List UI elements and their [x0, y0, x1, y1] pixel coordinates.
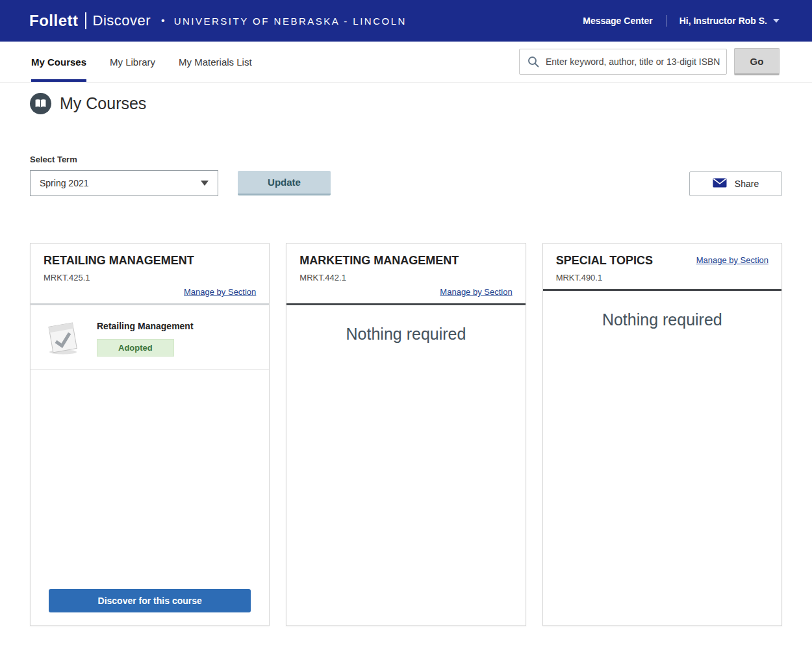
nothing-required-text: Nothing required	[286, 325, 525, 344]
search-icon	[527, 55, 540, 71]
term-column: Select Term Spring 2021	[30, 155, 218, 196]
discover-for-this-course-button[interactable]: Discover for this course	[49, 589, 251, 612]
greeting-text: Hi, Instructor Rob S.	[679, 16, 767, 26]
tab-my-library[interactable]: My Library	[110, 42, 155, 82]
book-cover-thumbnail	[44, 318, 81, 358]
card-header: MARKETING MANAGEMENT MRKT.442.1 Manage b…	[286, 244, 525, 303]
nothing-required-text: Nothing required	[543, 310, 781, 329]
envelope-icon	[713, 178, 727, 190]
top-header: Follett Discover • UNIVERSITY OF NEBRASK…	[0, 0, 812, 42]
manage-by-section-link[interactable]: Manage by Section	[44, 287, 256, 297]
book-icon	[30, 93, 51, 114]
card-divider	[543, 289, 781, 291]
manage-by-section-link[interactable]: Manage by Section	[696, 255, 768, 265]
update-button[interactable]: Update	[238, 171, 331, 195]
page-title: My Courses	[60, 94, 146, 113]
chevron-down-icon	[773, 19, 780, 23]
share-button[interactable]: Share	[689, 171, 782, 196]
nav-tabs: My Courses My Library My Materials List	[31, 42, 252, 82]
course-card-retailing-management: RETAILING MANAGEMENT MRKT.425.1 Manage b…	[30, 243, 270, 626]
brand: Follett Discover • UNIVERSITY OF NEBRASK…	[29, 12, 407, 30]
page-title-row: My Courses	[30, 93, 782, 114]
brand-dot: •	[161, 15, 165, 27]
term-select-value: Spring 2021	[40, 178, 89, 188]
course-title: SPECIAL TOPICS	[556, 254, 653, 268]
manage-by-section-link[interactable]: Manage by Section	[299, 287, 512, 297]
card-header: SPECIAL TOPICS Manage by Section MRKT.49…	[543, 244, 781, 289]
logo-divider	[85, 12, 86, 29]
share-label: Share	[735, 179, 759, 189]
course-title: MARKETING MANAGEMENT	[299, 254, 512, 268]
search-area: Go	[519, 42, 780, 82]
message-center-link[interactable]: Message Center	[583, 16, 652, 26]
search-input[interactable]	[519, 49, 727, 75]
card-header: RETAILING MANAGEMENT MRKT.425.1 Manage b…	[31, 244, 269, 303]
search-box	[519, 49, 727, 75]
course-code: MRKT.442.1	[299, 273, 512, 283]
select-term-label: Select Term	[30, 155, 218, 164]
institution-name: UNIVERSITY OF NEBRASKA - LINCOLN	[174, 16, 407, 27]
course-code: MRKT.490.1	[556, 273, 768, 283]
follett-logo: Follett	[29, 12, 79, 30]
main-nav: My Courses My Library My Materials List …	[0, 42, 812, 82]
course-code: MRKT.425.1	[44, 273, 256, 283]
card-header-row: SPECIAL TOPICS Manage by Section	[556, 254, 768, 268]
term-controls: Select Term Spring 2021 Update Share	[30, 155, 782, 196]
course-cards: RETAILING MANAGEMENT MRKT.425.1 Manage b…	[30, 243, 782, 652]
main-content: My Courses Select Term Spring 2021 Updat…	[0, 93, 812, 652]
dropdown-arrow-icon	[201, 181, 209, 186]
discover-logo: Discover	[93, 12, 151, 29]
course-card-special-topics: SPECIAL TOPICS Manage by Section MRKT.49…	[542, 243, 782, 626]
header-divider	[666, 15, 666, 27]
course-card-marketing-management: MARKETING MANAGEMENT MRKT.442.1 Manage b…	[286, 243, 526, 626]
tab-my-courses[interactable]: My Courses	[31, 42, 86, 82]
card-divider	[286, 303, 525, 305]
app-root: Follett Discover • UNIVERSITY OF NEBRASK…	[0, 0, 812, 654]
term-select[interactable]: Spring 2021	[30, 170, 218, 196]
adopted-status-badge: Adopted	[97, 339, 174, 357]
user-menu[interactable]: Hi, Instructor Rob S.	[679, 16, 780, 26]
user-area: Message Center Hi, Instructor Rob S.	[583, 15, 780, 27]
course-title: RETAILING MANAGEMENT	[44, 254, 256, 268]
material-item-info: Retailing Management Adopted	[97, 318, 194, 357]
tab-my-materials-list[interactable]: My Materials List	[179, 42, 252, 82]
search-go-button[interactable]: Go	[734, 48, 780, 75]
material-title: Retailing Management	[97, 318, 194, 331]
material-item-row: Retailing Management Adopted	[31, 305, 269, 370]
